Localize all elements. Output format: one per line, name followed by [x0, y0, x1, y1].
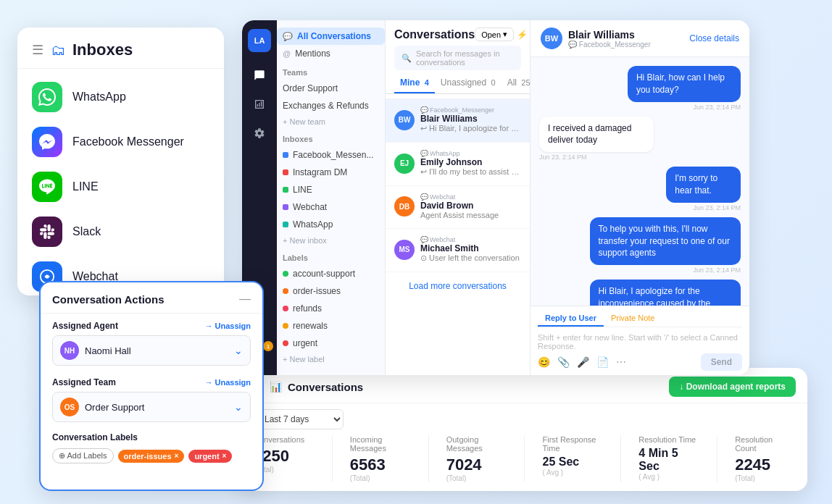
stats-title-area: ☰ 📊 Conversations — [254, 380, 363, 394]
chat-user-info: BW Blair Williams 💬 Facebook_Messenger — [541, 28, 651, 49]
conv-preview-ej: ↩ I'll do my best to assist yo... — [420, 167, 521, 177]
msg-time-1: Jun 23, 2:14 PM — [693, 104, 741, 111]
remove-label-urgent[interactable]: × — [222, 452, 227, 460]
conv-platform-ms: 💬Webchat — [420, 236, 521, 243]
notification-badge: 1 — [263, 341, 273, 351]
conv-preview-ms: ⊙ User left the conversation — [420, 253, 521, 263]
label-urgent[interactable]: urgent — [277, 335, 385, 352]
msg-bubble-4: To help you with this, I'll now transfer… — [590, 217, 741, 265]
inbox-icon: 🗂 — [51, 42, 65, 59]
conv-platform-ej: 💬WhatsApp — [420, 150, 521, 157]
conv-avatar-ej: EJ — [394, 154, 415, 174]
inbox-item-line[interactable]: LINE — [17, 164, 224, 209]
inbox-line[interactable]: LINE — [277, 181, 385, 198]
conv-meta-bw: 💬Facebook_Messenger Blair Williams ↩ Hi … — [420, 106, 521, 133]
filter-icon[interactable]: ⚡ — [517, 30, 528, 40]
slack-icon — [32, 217, 62, 247]
hamburger-icon[interactable]: ☰ — [32, 42, 43, 58]
msg-bubble-1: Hi Blair, how can I help you today? — [628, 66, 741, 102]
chat-header: BW Blair Williams 💬 Facebook_Messenger C… — [531, 20, 749, 57]
label-order-issues[interactable]: order-issues — [277, 282, 385, 300]
unassign-agent-button[interactable]: → Unassign — [204, 322, 251, 330]
labels-section-title: Labels — [277, 248, 385, 265]
inbox-instagram[interactable]: Instagram DM — [277, 164, 385, 181]
more-options-icon[interactable]: ⋯ — [616, 356, 626, 368]
conversations-list-area: Conversations Open ▾ ⚡ 🔍 Search for mess… — [386, 20, 531, 375]
inbox-item-messenger[interactable]: Facebook Messenger — [17, 119, 224, 164]
label-account-support[interactable]: account-support — [277, 265, 385, 282]
team-dropdown[interactable]: OS Order Support ⌄ — [52, 392, 251, 422]
metric-divider-4 — [620, 435, 621, 482]
send-button[interactable]: Send — [701, 353, 742, 371]
conv-meta-ms: 💬Webchat Michael Smith ⊙ User left the c… — [420, 236, 521, 263]
search-icon: 🔍 — [402, 54, 412, 63]
assigned-agent-label: Assigned Agent — [52, 321, 118, 331]
chat-input-placeholder[interactable]: Shift + enter for new line. Start with '… — [538, 330, 742, 353]
download-reports-button[interactable]: ↓ Download agent reports — [669, 377, 796, 397]
add-label-button[interactable]: + New label — [277, 352, 385, 366]
chat-input-tabs: Reply to User Private Note — [538, 311, 742, 327]
audio-icon[interactable]: 🎤 — [577, 356, 589, 368]
emoji-icon[interactable]: 😊 — [538, 356, 550, 368]
status-filter[interactable]: Open ▾ — [475, 28, 514, 41]
conv-item-ms[interactable]: MS 💬Webchat Michael Smith ⊙ User left th… — [386, 229, 530, 272]
msg-3: I'm sorry to hear that. Jun 23, 2:14 PM — [641, 167, 741, 211]
close-details-button[interactable]: Close details — [689, 33, 739, 43]
inbox-facebook[interactable]: Facebook_Messen... — [277, 146, 385, 164]
add-inbox-button[interactable]: + New inbox — [277, 233, 385, 248]
msg-time-4: Jun 23, 2:14 PM — [693, 266, 741, 274]
msg-time-2: Jun 23, 2:14 PM — [539, 154, 587, 161]
chat-toolbar: 😊 📎 🎤 📄 ⋯ Send — [538, 353, 742, 371]
metric-first-response-label: First Response Time — [542, 435, 603, 453]
add-team-button[interactable]: + New team — [277, 114, 385, 129]
load-more-button[interactable]: Load more conversations — [386, 272, 530, 300]
conv-platform-bw: 💬Facebook_Messenger — [420, 106, 521, 114]
tab-private-note[interactable]: Private Note — [604, 311, 662, 327]
remove-label-order-issues[interactable]: × — [175, 452, 179, 460]
messenger-icon — [32, 127, 62, 157]
chat-tool-icons: 😊 📎 🎤 📄 ⋯ — [538, 356, 626, 368]
conv-name-db: David Brown — [420, 201, 521, 211]
metric-first-response: First Response Time 25 Sec ( Avg ) — [542, 435, 603, 482]
ca-minimize-button[interactable]: — — [239, 293, 251, 306]
metric-incoming-label: Incoming Messages — [350, 435, 411, 453]
inbox-item-whatsapp[interactable]: WhatsApp — [17, 75, 224, 119]
document-icon[interactable]: 📄 — [596, 356, 609, 368]
line-label: LINE — [72, 180, 99, 193]
unassign-team-button[interactable]: → Unassign — [204, 378, 251, 387]
inbox-whatsapp[interactable]: WhatsApp — [277, 216, 385, 233]
conv-item-db[interactable]: DB 💬Webchat David Brown Agent Assist mes… — [386, 186, 530, 229]
tab-unassigned[interactable]: Unassigned 0 — [435, 75, 502, 93]
nav-mentions[interactable]: @ Mentions — [277, 45, 385, 62]
agent-dropdown[interactable]: NH Naomi Hall ⌄ — [52, 335, 251, 366]
metric-resolution-count-sub: (Total) — [735, 474, 796, 482]
team-exchanges-refunds[interactable]: Exchanges & Refunds — [277, 97, 385, 114]
conv-item-bw[interactable]: BW 💬Facebook_Messenger Blair Williams ↩ … — [386, 99, 530, 143]
inboxes-section-title: Inboxes — [277, 129, 385, 146]
team-avatar: OS — [60, 398, 79, 416]
conv-search-bar[interactable]: 🔍 Search for messages in conversations — [394, 46, 521, 70]
metric-incoming-sub: (Total) — [350, 474, 411, 482]
tab-mine[interactable]: Mine 4 — [394, 75, 435, 93]
tab-reply[interactable]: Reply to User — [538, 311, 604, 327]
date-range-dropdown[interactable]: Last 7 days — [254, 409, 344, 429]
conv-item-ej[interactable]: EJ 💬WhatsApp Emily Johnson ↩ I'll do my … — [386, 143, 530, 186]
nav-all-conversations[interactable]: 💬 All Conversations — [277, 28, 385, 45]
metric-resolution-time-label: Resolution Time — [638, 435, 699, 444]
inbox-webchat[interactable]: Webchat — [277, 198, 385, 216]
agent-name: Naomi Hall — [85, 345, 131, 356]
team-order-support[interactable]: Order Support — [277, 80, 385, 97]
nav-settings-icon[interactable] — [248, 122, 271, 145]
msg-1: Hi Blair, how can I help you today? Jun … — [590, 66, 741, 111]
attachment-icon[interactable]: 📎 — [557, 356, 570, 368]
metric-outgoing-label: Outgoing Messages — [446, 435, 507, 453]
add-labels-button[interactable]: ⊕ Add Labels — [52, 448, 114, 463]
nav-conversations-icon[interactable] — [248, 64, 271, 87]
label-renewals[interactable]: renewals — [277, 317, 385, 335]
msg-2: I received a damaged deliver today Jun 2… — [539, 117, 692, 161]
metric-first-response-sub: ( Avg ) — [542, 469, 603, 476]
metric-outgoing: Outgoing Messages 7024 (Total) — [446, 435, 507, 482]
nav-reports-icon[interactable] — [248, 93, 271, 116]
label-refunds[interactable]: refunds — [277, 300, 385, 317]
inbox-item-slack[interactable]: Slack — [17, 209, 224, 254]
